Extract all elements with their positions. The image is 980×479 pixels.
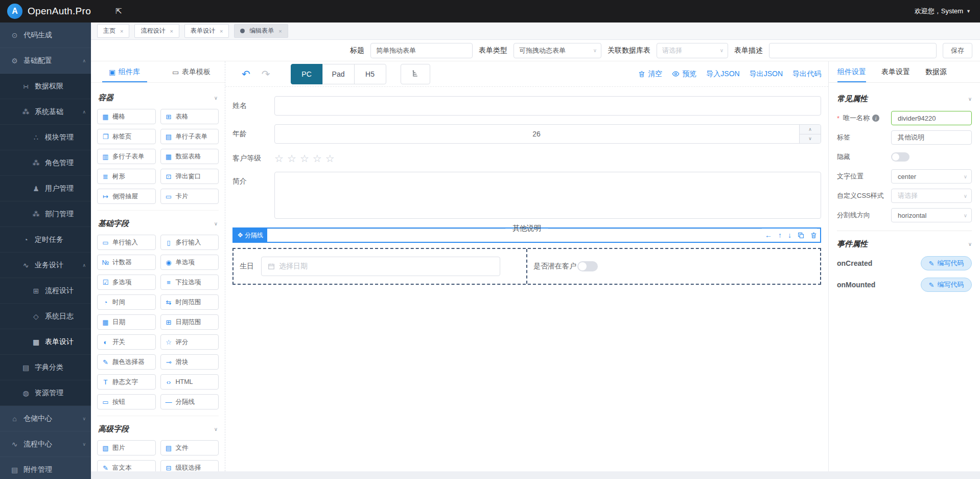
collapse-sidebar-icon[interactable]: ⇱ [115, 7, 122, 16]
event-props-header[interactable]: 事件属性 ∨ [837, 239, 972, 249]
component-select[interactable]: ≡下拉选项 [160, 275, 219, 290]
export-code-button[interactable]: 导出代码 [792, 70, 821, 79]
selected-grid-row[interactable]: 生日 选择日期 是否潜在客户 [232, 248, 821, 285]
stepper-up-icon[interactable]: ∧ [800, 125, 821, 134]
component-image[interactable]: ▧图片 [97, 440, 156, 455]
user-menu[interactable]: 欢迎您，System ▼ [915, 7, 971, 16]
write-code-button[interactable]: ✎编写代码 [921, 278, 972, 292]
redo-icon[interactable]: ↷ [262, 69, 270, 79]
component-rich-text[interactable]: ✎富文本 [97, 460, 156, 471]
clear-button[interactable]: 清空 [638, 70, 662, 79]
stepper-down-icon[interactable]: ∨ [800, 134, 821, 144]
sidebar-item-dept-mgmt[interactable]: ⁂部门管理 [0, 201, 91, 227]
component-multi-input[interactable]: ▯多行输入 [160, 235, 219, 250]
component-checkbox[interactable]: ☑多选项 [97, 275, 156, 290]
sidebar-item-system-base[interactable]: ⁂系统基础∧ [0, 99, 91, 125]
component-rate[interactable]: ☆评分 [160, 334, 219, 350]
component-multi-subform[interactable]: ▥多行子表单 [97, 149, 156, 164]
component-static-text[interactable]: T静态文字 [97, 374, 156, 390]
component-card[interactable]: ▭卡片 [160, 189, 219, 204]
inspector-tab-1[interactable]: 组件设置 [837, 61, 866, 82]
component-single-subform[interactable]: ▤单行子表单 [160, 129, 219, 144]
hidden-toggle[interactable] [891, 152, 909, 162]
device-toggle-pad[interactable]: Pad [322, 64, 355, 84]
close-icon[interactable]: × [278, 28, 282, 34]
close-icon[interactable]: × [120, 28, 123, 34]
text-position-select[interactable]: center∨ [891, 169, 972, 184]
component-radio[interactable]: ◉单选项 [160, 255, 219, 270]
star-icon[interactable]: ☆ [325, 152, 335, 165]
prospect-toggle[interactable] [577, 261, 598, 271]
move-up-icon[interactable]: ↑ [778, 231, 782, 239]
inspector-tab-2[interactable]: 表单设置 [881, 61, 910, 82]
component-date[interactable]: ▦日期 [97, 314, 156, 330]
intro-textarea[interactable] [274, 172, 821, 219]
close-icon[interactable]: × [170, 28, 173, 34]
sidebar-item-data-permission[interactable]: ∺数据权限 [0, 74, 91, 99]
form-type-select[interactable]: 可拖拽动态表单 ∨ [514, 43, 601, 58]
undo-icon[interactable]: ↶ [242, 69, 250, 79]
form-desc-input[interactable] [769, 43, 937, 58]
unique-name-input[interactable]: divider94220 [891, 111, 972, 125]
component-cascader[interactable]: ⊟级联选择 [160, 460, 219, 471]
component-divider[interactable]: —分隔线 [160, 394, 219, 409]
sidebar-item-scheduled-tasks[interactable]: ◔定时任务 [0, 227, 91, 253]
sidebar-item-user-mgmt[interactable]: ♟用户管理 [0, 176, 91, 201]
import-json-button[interactable]: 导入JSON [706, 70, 739, 79]
write-code-button[interactable]: ✎编写代码 [921, 256, 972, 270]
info-icon[interactable]: i [872, 115, 879, 122]
sidebar-item-system-log[interactable]: ◇系统日志 [0, 304, 91, 329]
star-icon[interactable]: ☆ [300, 152, 309, 165]
library-tab-2[interactable]: ▭表单模板 [158, 61, 225, 82]
save-button[interactable]: 保存 [943, 43, 972, 58]
birthday-date-picker[interactable]: 选择日期 [261, 257, 500, 276]
component-drag-handle[interactable]: ✥ 分隔线 [234, 229, 267, 242]
component-counter[interactable]: №计数器 [97, 255, 156, 270]
device-toggle-pc[interactable]: PC [291, 64, 323, 84]
outline-tree-button[interactable] [401, 64, 430, 84]
sidebar-item-resource-mgmt[interactable]: ◍资源管理 [0, 380, 91, 406]
sidebar-item-warehouse-center[interactable]: ⌂仓储中心∨ [0, 406, 91, 431]
component-popup[interactable]: ⊡弹出窗口 [160, 169, 219, 184]
component-time-range[interactable]: ⇆时间范围 [160, 294, 219, 310]
section-header[interactable]: 基础字段∨ [98, 219, 218, 229]
sidebar-item-process-design[interactable]: ⊞流程设计 [0, 278, 91, 304]
component-time[interactable]: ◔时间 [97, 294, 156, 310]
move-left-icon[interactable]: ← [765, 231, 772, 239]
delete-icon[interactable] [810, 232, 817, 239]
app-logo[interactable]: A OpenAuth.Pro [7, 4, 91, 19]
custom-css-select[interactable]: 请选择∨ [891, 189, 972, 203]
component-html[interactable]: ‹›HTML [160, 374, 219, 390]
section-header[interactable]: 高级字段∨ [98, 424, 218, 434]
sidebar-item-attachment-mgmt[interactable]: ▤附件管理 [0, 457, 91, 479]
page-tab-4[interactable]: 编辑表单× [234, 24, 288, 38]
component-single-input[interactable]: ▭单行输入 [97, 235, 156, 250]
sidebar-item-codegen[interactable]: ⊙代码生成 [0, 22, 91, 48]
component-file[interactable]: ▤文件 [160, 440, 219, 455]
section-header[interactable]: 容器∨ [98, 93, 218, 103]
page-tab-2[interactable]: 流程设计× [134, 24, 179, 38]
sidebar-item-process-center[interactable]: ∿流程中心∨ [0, 431, 91, 457]
sidebar-item-base-config[interactable]: ⚙基础配置∧ [0, 48, 91, 74]
sidebar-item-form-design[interactable]: ▦表单设计 [0, 329, 91, 355]
component-table[interactable]: ⊞表格 [160, 109, 219, 124]
copy-icon[interactable] [798, 232, 804, 239]
db-table-select[interactable]: 请选择 ∨ [657, 43, 728, 58]
component-grid[interactable]: ▦栅格 [97, 109, 156, 124]
component-slider[interactable]: ⊸滑块 [160, 354, 219, 370]
label-input[interactable]: 其他说明 [891, 130, 972, 145]
sidebar-item-role-mgmt[interactable]: ⁂角色管理 [0, 150, 91, 176]
component-drawer[interactable]: ↦侧滑抽屉 [97, 189, 156, 204]
form-title-input[interactable] [370, 43, 473, 58]
page-tab-1[interactable]: 主页× [97, 24, 129, 38]
device-toggle-h5[interactable]: H5 [354, 64, 386, 84]
component-color-picker[interactable]: ✎颜色选择器 [97, 354, 156, 370]
component-tab-page[interactable]: ❐标签页 [97, 129, 156, 144]
star-icon[interactable]: ☆ [274, 152, 284, 165]
component-tree[interactable]: ≣树形 [97, 169, 156, 184]
divider-direction-select[interactable]: horizontal∨ [891, 208, 972, 222]
export-json-button[interactable]: 导出JSON [750, 70, 783, 79]
selected-divider-component[interactable]: 其他说明 ✥ 分隔线 ← ↑ ↓ [232, 227, 821, 243]
component-switch[interactable]: ◐开关 [97, 334, 156, 350]
component-date-range[interactable]: ⊞日期范围 [160, 314, 219, 330]
